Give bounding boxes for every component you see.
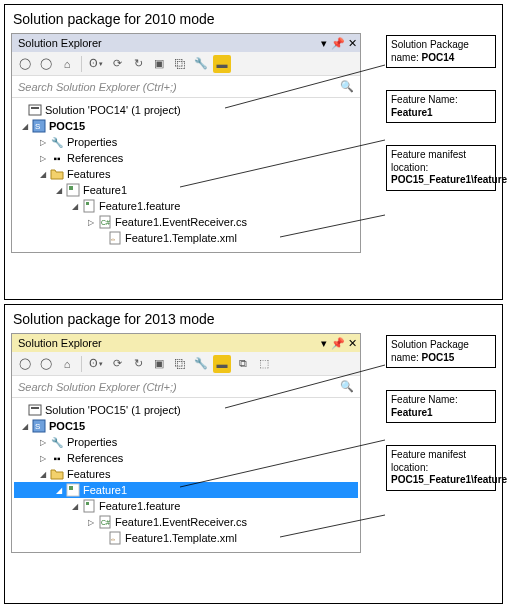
node-label: Feature1.Template.xml (125, 532, 237, 544)
feature-file-node[interactable]: Feature1.feature (14, 198, 358, 214)
csharp-file-icon: C# (98, 515, 112, 529)
references-node[interactable]: ▪▪ References (14, 450, 358, 466)
anno-solution-name: Solution Package name: POC14 (386, 35, 496, 68)
show-all-button[interactable]: ▣ (150, 355, 168, 373)
expand-icon[interactable] (86, 517, 96, 527)
expand-icon[interactable] (70, 201, 80, 211)
node-label: POC15 (49, 420, 85, 432)
template-node[interactable]: ‹› Feature1.Template.xml (14, 230, 358, 246)
feature1-node[interactable]: Feature1 (14, 482, 358, 498)
search-input[interactable]: Search Solution Explorer (Ctrl+;) 🔍 (12, 376, 360, 398)
preview-button[interactable]: ▬ (213, 355, 231, 373)
expand-icon (16, 405, 26, 415)
extra1-button[interactable]: ⧉ (234, 355, 252, 373)
node-label: Solution 'POC15' (1 project) (45, 404, 181, 416)
feature1-node[interactable]: Feature1 (14, 182, 358, 198)
node-label: POC15 (49, 120, 85, 132)
anno-feature-name: Feature Name: Feature1 (386, 390, 496, 423)
svg-rect-5 (69, 186, 73, 190)
eventreceiver-node[interactable]: C# Feature1.EventReceiver.cs (14, 514, 358, 530)
node-label: Feature1 (83, 184, 127, 196)
expand-icon[interactable] (20, 421, 30, 431)
template-node[interactable]: ‹› Feature1.Template.xml (14, 530, 358, 546)
anno-value: POC15_Feature1\feature1.Template.xml (391, 474, 491, 487)
expand-icon[interactable] (38, 137, 48, 147)
expand-icon[interactable] (38, 453, 48, 463)
dropdown-icon[interactable]: ▾ (318, 337, 330, 349)
expand-icon (96, 533, 106, 543)
anno-value: Feature1 (391, 407, 491, 420)
search-input[interactable]: Search Solution Explorer (Ctrl+;) 🔍 (12, 76, 360, 98)
anno-value: POC15_Feature1\feature1.Template.xml (391, 174, 491, 187)
search-placeholder: Search Solution Explorer (Ctrl+;) (18, 81, 177, 93)
svg-text:S: S (35, 422, 40, 431)
svg-rect-15 (29, 405, 41, 415)
preview-button[interactable]: ▬ (213, 55, 231, 73)
search-icon[interactable]: 🔍 (340, 380, 354, 393)
csharp-file-icon: C# (98, 215, 112, 229)
eventreceiver-node[interactable]: C# Feature1.EventReceiver.cs (14, 214, 358, 230)
svg-rect-16 (31, 407, 39, 409)
section-2010: Solution package for 2010 mode Solution … (4, 4, 503, 300)
expand-icon[interactable] (86, 217, 96, 227)
references-node[interactable]: ▪▪ References (14, 150, 358, 166)
project-icon: S (32, 419, 46, 433)
project-icon: S (32, 119, 46, 133)
solution-node[interactable]: Solution 'POC14' (1 project) (14, 102, 358, 118)
forward-button[interactable]: ◯ (37, 55, 55, 73)
show-all-button[interactable]: ▣ (150, 55, 168, 73)
svg-text:C#: C# (101, 519, 110, 526)
dropdown-icon[interactable]: ▾ (318, 37, 330, 49)
properties-node[interactable]: 🔧 Properties (14, 434, 358, 450)
back-button[interactable]: ◯ (16, 355, 34, 373)
expand-icon[interactable] (54, 485, 64, 495)
features-node[interactable]: Features (14, 166, 358, 182)
svg-rect-21 (84, 500, 94, 512)
back-button[interactable]: ◯ (16, 55, 34, 73)
expand-icon[interactable] (20, 121, 30, 131)
wrench-icon: 🔧 (50, 135, 64, 149)
close-icon[interactable]: ✕ (346, 37, 358, 49)
feature-icon (66, 483, 80, 497)
expand-icon[interactable] (38, 469, 48, 479)
expand-icon[interactable] (38, 153, 48, 163)
extra2-button[interactable]: ⬚ (255, 355, 273, 373)
project-node[interactable]: S POC15 (14, 418, 358, 434)
svg-text:‹›: ‹› (111, 536, 115, 542)
sync-button[interactable]: ʘ▾ (87, 55, 105, 73)
anno-manifest-location: Feature manifest location: POC15_Feature… (386, 445, 496, 491)
svg-text:‹›: ‹› (111, 236, 115, 242)
feature-file-node[interactable]: Feature1.feature (14, 498, 358, 514)
home-button[interactable]: ⌂ (58, 355, 76, 373)
expand-icon[interactable] (38, 437, 48, 447)
close-icon[interactable]: ✕ (346, 337, 358, 349)
anno-manifest-location: Feature manifest location: POC15_Feature… (386, 145, 496, 191)
sync-button[interactable]: ʘ▾ (87, 355, 105, 373)
properties-button[interactable]: 🔧 (192, 55, 210, 73)
expand-icon[interactable] (54, 185, 64, 195)
svg-rect-0 (29, 105, 41, 115)
pin-icon[interactable]: 📌 (332, 337, 344, 349)
properties-button[interactable]: 🔧 (192, 355, 210, 373)
search-icon[interactable]: 🔍 (340, 80, 354, 93)
features-node[interactable]: Features (14, 466, 358, 482)
section-title: Solution package for 2013 mode (13, 311, 496, 327)
expand-icon[interactable] (70, 501, 80, 511)
svg-rect-22 (86, 502, 89, 505)
solution-explorer-panel: Solution Explorer ▾ 📌 ✕ ◯ ◯ ⌂ ʘ▾ ⟳ ↻ ▣ ⿻… (11, 333, 361, 553)
solution-node[interactable]: Solution 'POC15' (1 project) (14, 402, 358, 418)
expand-icon[interactable] (38, 169, 48, 179)
refresh-button[interactable]: ⟳ (108, 355, 126, 373)
properties-node[interactable]: 🔧 Properties (14, 134, 358, 150)
pin-icon[interactable]: 📌 (332, 37, 344, 49)
explorer-toolbar: ◯ ◯ ⌂ ʘ▾ ⟳ ↻ ▣ ⿻ 🔧 ▬ (12, 52, 360, 76)
copy-button[interactable]: ⿻ (171, 55, 189, 73)
collapse-button[interactable]: ↻ (129, 55, 147, 73)
project-node[interactable]: S POC15 (14, 118, 358, 134)
home-button[interactable]: ⌂ (58, 55, 76, 73)
refresh-button[interactable]: ⟳ (108, 55, 126, 73)
forward-button[interactable]: ◯ (37, 355, 55, 373)
tree: Solution 'POC15' (1 project) S POC15 🔧 P… (12, 398, 360, 552)
copy-button[interactable]: ⿻ (171, 355, 189, 373)
collapse-button[interactable]: ↻ (129, 355, 147, 373)
